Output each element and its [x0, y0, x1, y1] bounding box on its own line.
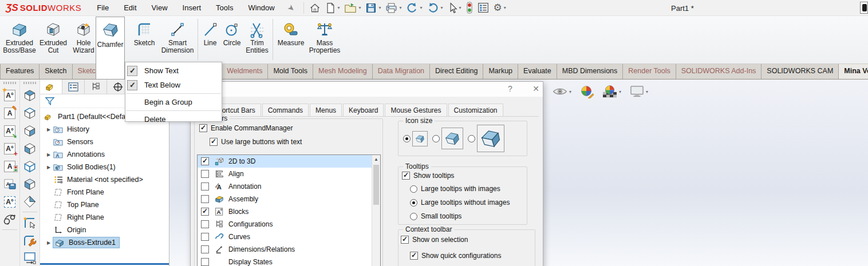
tab-features[interactable]: Features [0, 64, 40, 79]
extruded-boss-base-button[interactable]: Extruded Boss/Base [2, 18, 37, 54]
list-row-align[interactable]: Align [198, 168, 380, 180]
dialog-tab-commands[interactable]: Commands [262, 104, 309, 117]
edit-block-button[interactable]: A✎ [2, 105, 17, 121]
tree-item-right-plane[interactable]: Right Plane [40, 211, 169, 224]
save-button[interactable]: ▾ [364, 1, 382, 15]
icon-size-small-radio[interactable] [403, 135, 411, 142]
expand-arrow-icon[interactable]: ▶ [45, 240, 53, 245]
tree-item-sensors[interactable]: Sensors [40, 136, 169, 148]
sketch-button[interactable]: Sketch [129, 18, 159, 47]
checkbox-checked[interactable] [410, 252, 418, 260]
edit-appearance-button[interactable] [578, 84, 595, 100]
line-button[interactable]: Line [200, 18, 220, 47]
show-tooltips-checkbox[interactable]: Show tooltips [402, 172, 454, 180]
print-button[interactable]: ▾ [384, 1, 403, 15]
belt-chain-button[interactable] [2, 212, 17, 227]
auxiliary-view-button[interactable] [22, 194, 37, 209]
explode-block-button[interactable]: A° [2, 194, 17, 209]
list-row-annotation[interactable]: A Annotation [198, 180, 380, 193]
new-document-button[interactable]: ▾ [323, 1, 341, 15]
checkbox-checked[interactable] [402, 172, 410, 180]
extruded-cut-button[interactable]: Extruded Cut [37, 18, 70, 54]
menu-file[interactable]: File [89, 0, 116, 15]
tab-weldments[interactable]: Weldments [222, 64, 268, 79]
dropdown-caret[interactable]: ▾ [337, 5, 340, 10]
radio-unselected[interactable] [410, 213, 417, 220]
list-row-assembly[interactable]: Assembly [198, 193, 380, 205]
large-tooltips-without-images-radio[interactable]: Large tooltips without images [410, 198, 510, 207]
checkbox-checked[interactable] [210, 138, 218, 146]
dialog-close-button[interactable]: ✕ [530, 84, 542, 93]
tab-mina-verktyg[interactable]: Mina Verktyg [839, 64, 868, 79]
tab-data-migration[interactable]: Data Migration [373, 64, 430, 79]
tab-propertymanager[interactable] [62, 80, 85, 94]
list-row-blocks[interactable]: A Blocks [198, 205, 380, 218]
context-menu-delete[interactable]: Delete [125, 112, 222, 126]
icon-size-large-preview[interactable] [477, 125, 504, 152]
tree-item-solid-bodies[interactable]: ▶ Solid Bodies(1) [40, 161, 169, 173]
tab-solidworks-add-ins[interactable]: SOLIDWORKS Add-Ins [676, 64, 762, 79]
checkbox-unchecked[interactable] [201, 182, 209, 190]
insert-block-button[interactable]: A°➘ [2, 123, 17, 138]
hole-wizard-button[interactable]: Hole Wizard [70, 18, 97, 54]
open-button[interactable]: ▾ [342, 1, 362, 15]
icon-size-large-radio[interactable] [468, 135, 475, 142]
selected-tree-item[interactable]: Boss-Extrude1 [53, 237, 120, 248]
context-menu-show-text[interactable]: Show Text [125, 63, 222, 78]
trim-entities-button[interactable]: Trim Entities [243, 18, 271, 54]
top-view-button[interactable] [22, 105, 37, 121]
performance-evaluation-button[interactable] [464, 1, 475, 15]
tab-evaluate[interactable]: Evaluate [518, 64, 557, 79]
dialog-tab-keyboard[interactable]: Keyboard [343, 104, 384, 117]
home-button[interactable] [307, 1, 322, 15]
list-row-dimensions-relations[interactable]: Dimensions/Relations [198, 243, 380, 256]
measure-button[interactable]: Measure [275, 18, 307, 47]
dialog-help-button[interactable]: ? [504, 84, 516, 93]
front-view-button[interactable] [22, 88, 37, 103]
search-box-partial[interactable] [860, 2, 868, 14]
menu-view[interactable]: View [144, 0, 175, 15]
bottom-view-button[interactable] [22, 158, 37, 174]
toolbar-grip[interactable] [3, 82, 16, 84]
tab-mold-tools[interactable]: Mold Tools [268, 64, 313, 79]
apply-scene-button[interactable]: ▾ [601, 84, 623, 100]
tree-item-top-plane[interactable]: Top Plane [40, 198, 169, 211]
align-sketch-button[interactable] [22, 250, 37, 265]
back-view-button[interactable] [22, 176, 37, 192]
radio-unselected[interactable] [410, 185, 417, 193]
dropdown-caret[interactable]: ▾ [504, 5, 506, 10]
save-block-button[interactable]: A [2, 176, 17, 192]
tree-item-boss-extrude1[interactable]: ▶ Boss-Extrude1 [40, 236, 169, 249]
checkbox-unchecked[interactable] [201, 220, 209, 228]
scroll-up-arrow[interactable]: ▲ [372, 155, 380, 164]
radio-selected[interactable] [410, 199, 417, 207]
tab-mbd-dimensions[interactable]: MBD Dimensions [557, 64, 624, 79]
checkbox-unchecked[interactable] [201, 233, 209, 241]
toolbar-grip[interactable] [23, 82, 36, 84]
dropdown-caret[interactable]: ▾ [378, 5, 381, 10]
toolbars-list[interactable]: 2D to 3D Align A Annotation Assembly [197, 154, 381, 266]
tree-item-material[interactable]: Material <not specified> [40, 173, 169, 186]
dialog-tab-customization[interactable]: Customization [448, 104, 503, 117]
tab-featuremanager-tree[interactable] [40, 80, 62, 94]
large-tooltips-with-images-radio[interactable]: Large tooltips with images [410, 185, 500, 193]
checkbox-unchecked[interactable] [201, 195, 209, 203]
use-large-buttons-checkbox[interactable]: Use large buttons with text [210, 138, 302, 146]
tab-configurationmanager[interactable] [85, 80, 107, 94]
tree-item-annotations[interactable]: ▶ A Annotations [40, 148, 169, 161]
left-view-button[interactable] [22, 141, 37, 156]
checkbox-checked[interactable] [201, 157, 209, 165]
circle-button[interactable]: Circle [220, 18, 243, 47]
tab-render-tools[interactable]: Render Tools [623, 64, 676, 79]
dialog-titlebar[interactable]: ? ✕ [191, 82, 543, 97]
dialog-tab-mouse-gestures[interactable]: Mouse Gestures [385, 104, 447, 117]
show-quick-configurations-checkbox[interactable]: Show quick configurations [410, 252, 501, 260]
checkbox-unchecked[interactable] [201, 245, 209, 253]
small-tooltips-radio[interactable]: Small tooltips [410, 212, 461, 220]
dropdown-caret[interactable]: ▾ [420, 5, 422, 10]
menu-window[interactable]: Window [240, 0, 282, 15]
undo-button[interactable]: ▾ [404, 1, 424, 14]
tab-sketch[interactable]: Sketch [40, 64, 72, 79]
context-menu-text-below[interactable]: Text Below [125, 78, 222, 92]
scrollbar-thumb[interactable] [373, 165, 379, 205]
